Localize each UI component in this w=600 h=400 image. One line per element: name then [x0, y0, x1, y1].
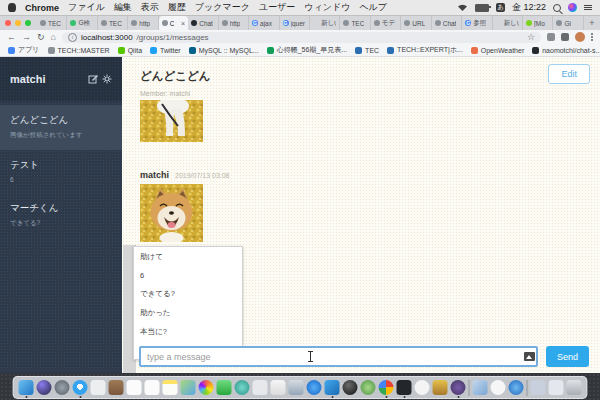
dock-icon[interactable]	[527, 380, 528, 396]
group-list-item[interactable]: マーチくん できてる?	[0, 193, 122, 238]
dock-icon[interactable]	[549, 380, 564, 395]
browser-tab[interactable]: Gi	[553, 16, 583, 30]
chrome-menu-icon[interactable]	[591, 33, 593, 41]
browser-tab[interactable]: TEC	[340, 16, 370, 30]
dock-icon[interactable]	[451, 380, 466, 395]
dock-icon[interactable]	[145, 380, 160, 395]
menu-item[interactable]: 編集	[114, 1, 132, 14]
posted-image-dog[interactable]	[140, 184, 203, 242]
browser-tab[interactable]: G jquer	[280, 16, 310, 30]
new-group-icon[interactable]	[88, 70, 98, 88]
dock-icon[interactable]	[307, 380, 322, 395]
browser-tab[interactable]: C ×	[159, 16, 188, 30]
menu-app-name[interactable]: Chrome	[25, 3, 59, 13]
browser-tab[interactable]: 新しいタブ	[310, 16, 340, 30]
menu-item[interactable]: ヘルプ	[359, 1, 387, 14]
browser-tab[interactable]: Chat	[188, 16, 218, 30]
bookmark-item[interactable]: Twitter	[150, 45, 181, 55]
dock-icon[interactable]	[379, 380, 394, 395]
browser-tab[interactable]: Chat	[432, 16, 462, 30]
dock-icon[interactable]	[433, 380, 448, 395]
suggestion-item[interactable]: できてる?	[134, 284, 242, 303]
dock-icon[interactable]	[163, 380, 178, 395]
bookmark-item[interactable]: 心得帳_56期_早見表...	[267, 45, 347, 55]
suggestion-item[interactable]: 助けて	[134, 247, 242, 266]
browser-tab[interactable]: TEC	[98, 16, 128, 30]
bookmark-item[interactable]: アプリ	[8, 45, 40, 55]
dock-icon[interactable]	[361, 380, 376, 395]
dock-icon[interactable]	[73, 380, 88, 395]
back-icon[interactable]: ←	[7, 33, 16, 42]
dock-icon[interactable]	[181, 380, 196, 395]
suggestion-item[interactable]: 6	[134, 266, 242, 284]
dock-icon[interactable]	[271, 380, 286, 395]
spotlight-icon[interactable]	[553, 4, 561, 12]
new-tab-button[interactable]: +	[584, 16, 600, 30]
menu-item[interactable]: ブックマーク	[195, 1, 250, 14]
browser-tab[interactable]: URL	[401, 16, 431, 30]
browser-tab[interactable]: http	[128, 16, 158, 30]
site-info-icon[interactable]: i	[68, 33, 77, 42]
bookmark-item[interactable]: TECH::EXPERT|ホ...	[387, 45, 463, 55]
profile-avatar[interactable]	[575, 32, 585, 42]
menu-item[interactable]: 表示	[141, 1, 159, 14]
dock-icon[interactable]	[109, 380, 124, 395]
menu-item[interactable]: ユーザー	[259, 1, 295, 14]
wifi-icon[interactable]	[457, 3, 468, 12]
menu-clock[interactable]: 金 12:22	[512, 1, 546, 14]
apple-logo-icon[interactable]	[8, 3, 16, 12]
browser-tab[interactable]: 新しいタ	[493, 16, 523, 30]
dock-icon[interactable]	[253, 380, 268, 395]
tab-close-icon[interactable]: ×	[181, 20, 185, 27]
posted-image-cropped[interactable]	[140, 100, 203, 142]
suggestion-item[interactable]: 本当に?	[134, 322, 242, 341]
dock-icon[interactable]	[567, 380, 582, 395]
browser-tab[interactable]: G検	[67, 16, 97, 30]
bookmark-item[interactable]: naomotchi/chat-s...	[532, 45, 600, 55]
zoom-window-button[interactable]	[25, 20, 31, 26]
dock-icon[interactable]	[469, 380, 470, 396]
forward-icon[interactable]: →	[22, 33, 31, 42]
dock-icon[interactable]	[37, 380, 52, 395]
menu-item[interactable]: ウィンドウ	[304, 1, 350, 14]
dock-icon[interactable]	[343, 380, 358, 395]
menu-item[interactable]: 履歴	[168, 1, 186, 14]
address-bar[interactable]: i localhost:3000 /groups/1/messages ☆	[62, 32, 541, 43]
dock-icon[interactable]	[235, 380, 250, 395]
attach-image-icon[interactable]	[524, 352, 535, 361]
dock-icon[interactable]	[91, 380, 106, 395]
bookmark-item[interactable]: MySQL :: MySQL...	[189, 45, 259, 55]
close-window-button[interactable]	[5, 20, 11, 26]
browser-tab[interactable]: TEC	[37, 16, 67, 30]
dock-icon[interactable]	[55, 380, 70, 395]
dock-icon[interactable]	[531, 380, 546, 395]
notification-center-icon[interactable]	[584, 5, 592, 10]
send-button[interactable]: Send	[546, 346, 589, 367]
bookmark-star-icon[interactable]: ☆	[527, 32, 535, 42]
bookmark-item[interactable]: OpenWeather	[471, 45, 524, 55]
dock-icon[interactable]	[509, 380, 524, 395]
reload-icon[interactable]: ↻	[37, 33, 45, 42]
browser-tab[interactable]: モデ	[371, 16, 401, 30]
dock-icon[interactable]	[491, 380, 506, 395]
browser-tab[interactable]: G ajax	[249, 16, 279, 30]
dock-icon[interactable]	[199, 380, 214, 395]
dock-icon[interactable]	[415, 380, 430, 395]
browser-tab[interactable]: http	[219, 16, 249, 30]
siri-icon[interactable]	[568, 3, 577, 12]
bookmark-item[interactable]: TEC	[355, 45, 379, 55]
edit-group-button[interactable]: Edit	[548, 64, 590, 84]
dock-icon[interactable]	[289, 380, 304, 395]
message-input[interactable]	[139, 346, 538, 367]
menu-item[interactable]: ファイル	[68, 1, 105, 14]
group-list-item[interactable]: どんどこどん 画像が投稿されています	[0, 105, 122, 150]
input-source-icon[interactable]: あ	[496, 3, 505, 12]
dock-icon[interactable]	[217, 380, 232, 395]
bookmark-item[interactable]: TECH::MASTER	[48, 45, 110, 55]
browser-tab[interactable]: G 参照	[462, 16, 492, 30]
dock-icon[interactable]	[19, 380, 34, 395]
home-icon[interactable]: ⌂	[51, 33, 56, 42]
minimize-window-button[interactable]	[15, 20, 21, 26]
dock-icon[interactable]	[473, 380, 488, 395]
dock-icon[interactable]	[397, 380, 412, 395]
